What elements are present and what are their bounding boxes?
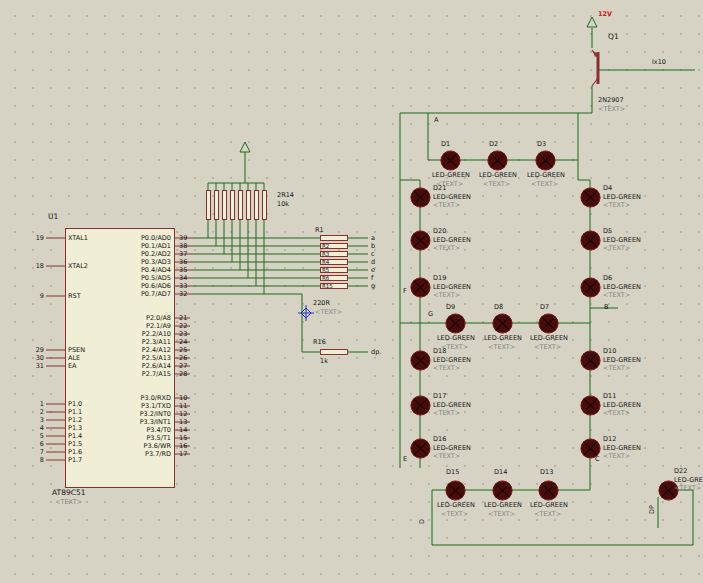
led-value-label[interactable]: LED-GREEN<TEXT> [437, 501, 475, 518]
resistor-body-r1[interactable] [320, 235, 348, 241]
led-label-block[interactable]: D17LED-GREEN<TEXT> [433, 392, 471, 418]
r16-ref-label[interactable]: R16 [313, 338, 326, 346]
respack-body[interactable] [262, 190, 267, 220]
led-d16[interactable] [410, 438, 431, 459]
r15-ref-label[interactable]: R15 [322, 282, 333, 290]
led-label-block[interactable]: D4LED-GREEN<TEXT> [603, 184, 641, 210]
segment-label-dp[interactable]: DP [648, 505, 656, 514]
pin-p21[interactable]: P2.1/A922 [65, 322, 215, 330]
pin-p31[interactable]: P3.1/TXD11 [65, 402, 215, 410]
r6-ref-label[interactable]: R6 [322, 274, 329, 282]
led-ref-label[interactable]: D7 [540, 303, 549, 311]
r2-ref-label[interactable]: R2 [322, 242, 329, 250]
pin-p06[interactable]: P0.6/AD633 [65, 282, 215, 290]
segment-label-d[interactable]: D [418, 519, 426, 524]
power-12v-label[interactable]: 12V [598, 10, 612, 18]
led-d9[interactable] [445, 313, 466, 334]
led-d17[interactable] [410, 395, 431, 416]
led-d12[interactable] [580, 438, 601, 459]
respack-body[interactable] [214, 190, 219, 220]
net-label-g[interactable]: g [371, 282, 375, 290]
r3-ref-label[interactable]: R3 [322, 250, 329, 258]
pin-p34[interactable]: P3.4/T014 [65, 426, 215, 434]
led-label-block[interactable]: D10LED-GREEN<TEXT> [603, 347, 641, 373]
pin-p24[interactable]: P2.4/A1225 [65, 346, 215, 354]
led-d19[interactable] [410, 277, 431, 298]
led-d11[interactable] [580, 395, 601, 416]
respack-body[interactable] [230, 190, 235, 220]
r1-ref-label[interactable]: R1 [315, 226, 324, 234]
net-label-b[interactable]: b [371, 242, 375, 250]
led-label-block[interactable]: D19LED-GREEN<TEXT> [433, 274, 471, 300]
segment-label-g[interactable]: G [428, 310, 433, 318]
segment-label-a[interactable]: A [434, 116, 438, 124]
led-d1[interactable] [440, 150, 461, 171]
net-label-d[interactable]: d [371, 258, 375, 266]
led-label-block[interactable]: D6LED-GREEN<TEXT> [603, 274, 641, 300]
led-ref-label[interactable]: D13 [540, 468, 553, 476]
mcu-ref-label[interactable]: U1 [48, 213, 58, 221]
led-label-block[interactable]: D16LED-GREEN<TEXT> [433, 435, 471, 461]
r4-ref-label[interactable]: R4 [322, 258, 329, 266]
segment-label-f[interactable]: F [403, 287, 407, 295]
segment-label-b[interactable]: B [604, 303, 608, 311]
transistor-q1-symbol[interactable] [592, 50, 600, 86]
led-label-block[interactable]: D22LED-GREEN<TEXT> [674, 467, 703, 493]
led-d21[interactable] [410, 187, 431, 208]
net-label-dp[interactable]: dp. [371, 348, 381, 356]
led-d4[interactable] [580, 187, 601, 208]
led-d8[interactable] [492, 313, 513, 334]
led-label-block[interactable]: D12LED-GREEN<TEXT> [603, 435, 641, 461]
led-label-block[interactable]: D18LED-GREEN<TEXT> [433, 347, 471, 373]
led-ref-label[interactable]: D1 [441, 140, 450, 148]
led-d18[interactable] [410, 350, 431, 371]
led-d6[interactable] [580, 277, 601, 298]
led-value-label[interactable]: LED-GREEN<TEXT> [479, 171, 517, 188]
led-d2[interactable] [487, 150, 508, 171]
led-label-block[interactable]: D11LED-GREEN<TEXT> [603, 392, 641, 418]
pin-p02[interactable]: P0.2/AD237 [65, 250, 215, 258]
led-label-block[interactable]: D20LED-GREEN<TEXT> [433, 227, 471, 253]
pin-p20[interactable]: P2.0/A821 [65, 314, 215, 322]
respack-value-label[interactable]: 10k [277, 200, 289, 208]
q1-ref-label[interactable]: Q1 [608, 33, 619, 41]
pin-p25[interactable]: P2.5/A1326 [65, 354, 215, 362]
pin-p33[interactable]: P3.3/INT113 [65, 418, 215, 426]
rstack-value-label[interactable]: 220R [313, 299, 330, 307]
pin-p07[interactable]: P0.7/AD732 [65, 290, 215, 298]
respack-body[interactable] [206, 190, 211, 220]
pin-p03[interactable]: P0.3/AD336 [65, 258, 215, 266]
led-ref-label[interactable]: D8 [494, 303, 503, 311]
net-label-c[interactable]: c [371, 250, 375, 258]
pin-p35[interactable]: P3.5/T115 [65, 434, 215, 442]
respack-ref-label[interactable]: 2R14 [277, 191, 294, 199]
net-label-f[interactable]: f [371, 274, 373, 282]
pin-p36[interactable]: P3.6/WR16 [65, 442, 215, 450]
pin-p23[interactable]: P2.3/A1124 [65, 338, 215, 346]
led-value-label[interactable]: LED-GREEN<TEXT> [484, 501, 522, 518]
led-d5[interactable] [580, 230, 601, 251]
pin-p04[interactable]: P0.4/AD435 [65, 266, 215, 274]
led-d10[interactable] [580, 350, 601, 371]
led-d7[interactable] [538, 313, 559, 334]
net-label-a[interactable]: a [371, 234, 375, 242]
respack-body[interactable] [254, 190, 259, 220]
pin-p26[interactable]: P2.6/A1427 [65, 362, 215, 370]
pin-p01[interactable]: P0.1/AD138 [65, 242, 215, 250]
led-d15[interactable] [445, 480, 466, 501]
pin-p37[interactable]: P3.7/RD17 [65, 450, 215, 458]
led-ref-label[interactable]: D15 [446, 468, 459, 476]
led-ref-label[interactable]: D2 [489, 140, 498, 148]
schematic-canvas[interactable]: U1 AT89C51 <TEXT> 19XTAL1 18XTAL2 9RST 2… [0, 0, 703, 583]
segment-label-e[interactable]: E [403, 455, 407, 463]
q1-value-label[interactable]: 2N2907 [598, 96, 624, 104]
pin-p00[interactable]: P0.0/AD039 [65, 234, 215, 242]
pin-p32[interactable]: P3.2/INT012 [65, 410, 215, 418]
mcu-value-label[interactable]: AT89C51 [52, 489, 85, 497]
pin-p05[interactable]: P0.5/AD534 [65, 274, 215, 282]
r5-ref-label[interactable]: R5 [322, 266, 329, 274]
led-ref-label[interactable]: D14 [494, 468, 507, 476]
led-d3[interactable] [535, 150, 556, 171]
led-d13[interactable] [538, 480, 559, 501]
led-value-label[interactable]: LED-GREEN<TEXT> [530, 334, 568, 351]
